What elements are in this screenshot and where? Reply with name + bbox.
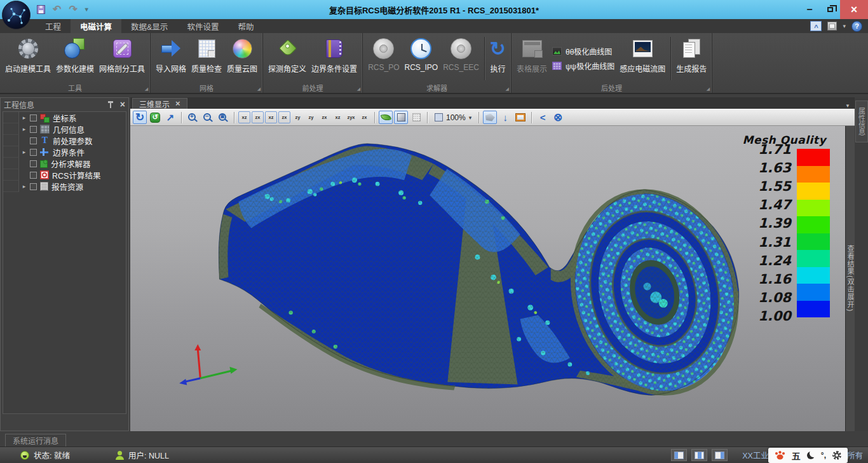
ime-input-mode[interactable]: 五 xyxy=(792,449,801,462)
tree-item-geometry-info[interactable]: 几何信息 xyxy=(3,123,126,135)
ribbon-button-rcs-ipo[interactable]: RCS_IPO xyxy=(402,35,440,82)
checkbox[interactable] xyxy=(30,114,37,121)
quick-access-dropdown[interactable] xyxy=(85,6,88,13)
delete-view-button[interactable] xyxy=(551,111,565,124)
ribbon-button-detection-angle[interactable]: 探测角定义 xyxy=(266,35,309,82)
expand-arrow-icon[interactable] xyxy=(19,183,29,190)
zoom-level-dropdown[interactable]: 100% xyxy=(431,113,475,122)
close-tab-icon[interactable] xyxy=(175,99,180,108)
ime-settings-gear-icon[interactable] xyxy=(832,451,841,460)
project-info-panel: 工程信息 坐标系 几何信息 前处理参数 xyxy=(0,97,129,431)
ribbon-button-induced-current-map[interactable]: 感应电磁流图 xyxy=(617,35,668,82)
layout-middle-button[interactable] xyxy=(691,449,707,461)
shaded-mode-button[interactable] xyxy=(394,111,408,124)
view-axis-button-7[interactable]: zx xyxy=(318,111,330,123)
tab-3d-display[interactable]: 三维显示 xyxy=(132,98,187,109)
checkbox[interactable] xyxy=(30,137,37,144)
ribbon-button-quality-check[interactable]: 质量检查 xyxy=(189,35,224,82)
view-axis-button-10[interactable]: zx xyxy=(358,111,370,123)
ime-halfwidth-moon-icon[interactable] xyxy=(807,452,815,459)
menu-tab-em-compute[interactable]: 电磁计算 xyxy=(71,19,121,33)
statusbar: 状态: 就绪 用户: NULL XX工业 五 所有 xyxy=(0,446,868,463)
close-icon[interactable] xyxy=(120,100,125,109)
ribbon-button-start-modeling[interactable]: 启动建模工具 xyxy=(3,35,53,82)
close-button[interactable] xyxy=(840,0,868,19)
rotate-button[interactable] xyxy=(133,111,147,124)
restore-button[interactable] xyxy=(820,0,840,19)
sphere-cube-icon xyxy=(64,38,86,59)
ribbon-button-psi-polar-curve[interactable]: ψψ极化曲线图 xyxy=(552,60,614,71)
ribbon-button-execute[interactable]: 执行 xyxy=(487,35,508,82)
shaded-leaf-button[interactable] xyxy=(379,111,393,124)
help-icon[interactable] xyxy=(851,21,862,32)
ribbon-button-parametric-modeling[interactable]: 参数化建模 xyxy=(53,35,97,82)
view-axis-button-3[interactable]: xz xyxy=(265,111,277,123)
layout-left-button[interactable] xyxy=(671,449,687,461)
ribbon-button-import-mesh[interactable]: 导入网格 xyxy=(153,35,189,82)
redo-button[interactable] xyxy=(69,4,77,15)
view-axis-button-2[interactable]: zx xyxy=(252,111,264,123)
checkbox[interactable] xyxy=(30,126,37,133)
minimize-button[interactable] xyxy=(799,0,820,19)
zoom-fit-button[interactable]: ▣ xyxy=(216,111,230,124)
orbit-button[interactable] xyxy=(148,111,162,124)
viewport-3d[interactable]: Mesh Quality 1.711.63 1.551.47 1.391.31 … xyxy=(130,126,845,431)
zoom-in-button[interactable]: + xyxy=(186,111,200,124)
chevron-down-icon[interactable] xyxy=(843,23,846,29)
tree-item-preprocess-params[interactable]: 前处理参数 xyxy=(3,135,126,146)
ribbon-button-generate-report[interactable]: 生成报告 xyxy=(674,35,709,82)
zoom-out-button[interactable]: − xyxy=(201,111,215,124)
property-panel-tab[interactable]: 属性信息 xyxy=(855,100,868,142)
checkbox[interactable] xyxy=(30,172,37,179)
document-style-icon[interactable] xyxy=(827,22,837,31)
polygon-select-button[interactable] xyxy=(483,111,497,124)
tree-item-rcs-results[interactable]: RCS计算结果 xyxy=(3,169,126,181)
snapshot-button[interactable] xyxy=(513,111,527,124)
results-collapsed-panel[interactable]: 查看结果(双击展开) xyxy=(845,126,855,431)
clock-icon xyxy=(410,38,431,59)
app-logo-icon[interactable] xyxy=(2,1,31,29)
tree-item-coordinate-system[interactable]: 坐标系 xyxy=(3,112,126,123)
expand-arrow-icon[interactable] xyxy=(19,114,29,121)
collapse-ribbon-icon[interactable] xyxy=(810,21,822,31)
save-button[interactable] xyxy=(37,5,45,14)
pan-button[interactable] xyxy=(163,111,177,124)
expand-arrow-icon[interactable] xyxy=(19,126,29,132)
view-axis-button-4[interactable]: zx xyxy=(278,111,290,123)
ribbon-group-label-postprocess: 后处理 xyxy=(512,82,712,93)
checkbox[interactable] xyxy=(30,149,37,156)
ribbon-button-quality-contour[interactable]: 质量云图 xyxy=(224,35,260,82)
tab-list-dropdown-icon[interactable] xyxy=(841,103,855,109)
view-axis-button-8[interactable]: xz xyxy=(332,111,344,123)
layout-right-button[interactable] xyxy=(712,449,728,461)
view-axis-button-5[interactable]: zy xyxy=(292,111,304,123)
menu-tab-data-display[interactable]: 数据&显示 xyxy=(121,19,177,33)
wireframe-mode-button[interactable] xyxy=(409,111,423,124)
undo-button[interactable] xyxy=(53,4,61,15)
checkbox[interactable] xyxy=(30,160,37,167)
menu-tab-project[interactable]: 工程 xyxy=(36,19,71,33)
menu-tab-settings[interactable]: 软件设置 xyxy=(177,19,228,33)
stream-button[interactable] xyxy=(536,111,550,124)
view-axis-button-1[interactable]: xz xyxy=(238,111,250,123)
solver-disc-icon xyxy=(373,38,394,59)
ribbon-button-boundary-settings[interactable]: 边界条件设置 xyxy=(309,35,360,82)
application-window: 复杂目标RCS电磁分析软件2015 R1 - RCS_2015031801* 工… xyxy=(0,0,868,463)
view-axis-button-6[interactable]: zy xyxy=(305,111,317,123)
tree-item-analysis-solver[interactable]: 分析求解器 xyxy=(3,158,126,169)
system-messages-tab[interactable]: 系统运行消息 xyxy=(5,434,66,446)
ime-paw-icon[interactable] xyxy=(775,450,785,460)
checkbox[interactable] xyxy=(30,183,37,190)
tree-item-report-resources[interactable]: 报告资源 xyxy=(3,181,126,192)
expand-arrow-icon[interactable] xyxy=(19,149,29,155)
arrow-down-button[interactable] xyxy=(498,111,512,124)
ribbon-group-solver: RCS_PO RCS_IPO RCS_EEC 执行 求解器 xyxy=(363,33,512,93)
tree-item-boundary-conditions[interactable]: 边界条件 xyxy=(3,146,126,158)
ribbon-button-mesh-tool[interactable]: 网格剖分工具 xyxy=(97,35,147,82)
menu-tab-help[interactable]: 帮助 xyxy=(228,19,263,33)
ribbon-button-theta-polar-curve[interactable]: θθ极化曲线图 xyxy=(552,46,614,57)
view-axis-button-9[interactable]: zyx xyxy=(345,111,357,123)
ime-punctuation-icon[interactable] xyxy=(821,451,826,460)
curve-chart-icon xyxy=(552,47,562,55)
pin-icon[interactable] xyxy=(107,100,114,109)
